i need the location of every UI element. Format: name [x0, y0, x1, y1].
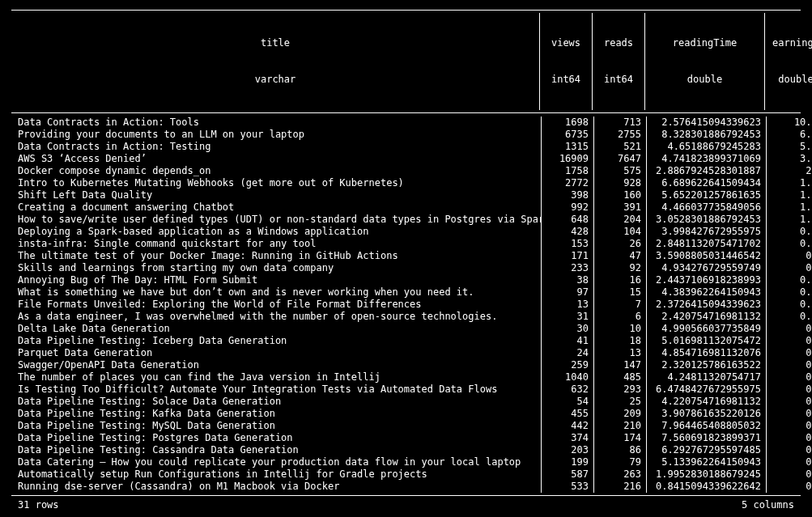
table-row: As a data engineer, I was overwhelmed wi…: [11, 311, 801, 323]
cell-earnings: 0.0: [767, 456, 812, 468]
cell-reads: 16: [594, 274, 646, 286]
table-row: Docker compose dynamic depends_on1758575…: [11, 165, 801, 177]
cell-views: 398: [542, 189, 593, 201]
cell-title: Swagger/OpenAPI Data Generation: [11, 359, 541, 371]
table-row: How to save/write user defined types (UD…: [11, 214, 801, 226]
cell-readingtime: 2.320125786163522: [647, 359, 766, 371]
cell-views: 1040: [542, 371, 593, 384]
cell-reads: 7: [594, 299, 646, 311]
cell-views: 587: [542, 468, 593, 481]
cell-readingtime: 1.9952830188679245: [647, 468, 766, 481]
cell-readingtime: 6.689622641509434: [647, 177, 766, 189]
cell-reads: 174: [594, 432, 646, 444]
cell-earnings: 0.0: [767, 384, 812, 396]
col-header-reads: reads int64: [593, 13, 644, 110]
cell-reads: 18: [594, 335, 646, 347]
cell-reads: 7647: [594, 153, 646, 165]
cell-views: 428: [542, 226, 593, 238]
cell-views: 199: [542, 456, 593, 468]
cell-title: Parquet Data Generation: [11, 347, 541, 359]
row-count: 31 rows: [18, 499, 59, 511]
cell-title: Deploying a Spark-based application as a…: [11, 226, 541, 238]
cell-readingtime: 5.133962264150943: [647, 456, 766, 468]
cell-earnings: 2.3: [767, 165, 812, 177]
cell-views: 648: [542, 214, 593, 226]
cell-reads: 79: [594, 456, 646, 468]
cell-views: 171: [542, 250, 593, 262]
table-row: insta-infra: Single command quickstart f…: [11, 238, 801, 250]
cell-reads: 160: [594, 189, 646, 201]
cell-earnings: 0.4: [767, 250, 812, 262]
cell-views: 41: [542, 335, 593, 347]
cell-title: As a data engineer, I was overwhelmed wi…: [11, 311, 541, 323]
cell-earnings: 0.15: [767, 299, 812, 311]
table-row: AWS S3 ‘Access Denied’1690976474.7418238…: [11, 153, 801, 165]
cell-earnings: 0.0: [767, 396, 812, 408]
cell-title: How to save/write user defined types (UD…: [11, 214, 541, 226]
cell-reads: 25: [594, 396, 646, 408]
table-row: Providing your documents to an LLM on yo…: [11, 129, 801, 141]
cell-views: 38: [542, 274, 593, 286]
cell-views: 24: [542, 347, 593, 359]
table-row: Data Contracts in Action: Tools16987132.…: [11, 117, 801, 129]
cell-title: The number of places you can find the Ja…: [11, 371, 541, 384]
cell-earnings: 6.51: [767, 129, 812, 141]
cell-earnings: 1.23: [767, 201, 812, 214]
cell-readingtime: 4.934276729559749: [647, 262, 766, 274]
cell-readingtime: 6.4748427672955975: [647, 384, 766, 396]
table-row: Data Pipeline Testing: Cassandra Data Ge…: [11, 444, 801, 456]
cell-earnings: 0.0: [767, 420, 812, 432]
table-footer: 31 rows 5 columns: [11, 496, 801, 511]
table-row: Data Pipeline Testing: MySQL Data Genera…: [11, 420, 801, 432]
cell-earnings: 1.26: [767, 189, 812, 201]
col-count: 5 columns: [742, 499, 794, 511]
col-name: earnings: [770, 37, 812, 49]
cell-views: 533: [542, 481, 593, 493]
cell-title: Skills and learnings from starting my ow…: [11, 262, 541, 274]
cell-reads: 147: [594, 359, 646, 371]
table-row: Swagger/OpenAPI Data Generation2591472.3…: [11, 359, 801, 371]
table-row: Parquet Data Generation24134.85471698113…: [11, 347, 801, 359]
cell-reads: 293: [594, 384, 646, 396]
cell-readingtime: 2.8867924528301887: [647, 165, 766, 177]
cell-title: Data Pipeline Testing: Postgres Data Gen…: [11, 432, 541, 444]
cell-earnings: 0.21: [767, 286, 812, 299]
col-dtype: double: [650, 74, 759, 86]
table-row: The number of places you can find the Ja…: [11, 371, 801, 384]
cell-earnings: 0.12: [767, 311, 812, 323]
cell-readingtime: 4.466037735849056: [647, 201, 766, 214]
col-name: views: [545, 37, 587, 49]
cell-reads: 263: [594, 468, 646, 481]
cell-reads: 928: [594, 177, 646, 189]
cell-readingtime: 5.016981132075472: [647, 335, 766, 347]
table-row: Data Pipeline Testing: Postgres Data Gen…: [11, 432, 801, 444]
cell-title: Data Pipeline Testing: Iceberg Data Gene…: [11, 335, 541, 347]
cell-earnings: 0.0: [767, 347, 812, 359]
cell-earnings: 0.0: [767, 323, 812, 335]
cell-title: File Formats Unveiled: Exploring the Wor…: [11, 299, 541, 311]
cell-views: 1698: [542, 117, 593, 129]
table-row: The ultimate test of your Docker Image: …: [11, 250, 801, 262]
table-row: Annoying Bug of The Day: HTML Form Submi…: [11, 274, 801, 286]
cell-reads: 13: [594, 347, 646, 359]
cell-title: Data Pipeline Testing: Cassandra Data Ge…: [11, 444, 541, 456]
cell-readingtime: 2.420754716981132: [647, 311, 766, 323]
cell-views: 233: [542, 262, 593, 274]
cell-reads: 209: [594, 408, 646, 420]
cell-reads: 521: [594, 141, 646, 153]
cell-reads: 15: [594, 286, 646, 299]
cell-readingtime: 4.24811320754717: [647, 371, 766, 384]
table-body: Data Contracts in Action: Tools16987132.…: [11, 113, 801, 495]
col-header-title: title varchar: [11, 13, 539, 110]
cell-readingtime: 4.383962264150943: [647, 286, 766, 299]
cell-earnings: 0.26: [767, 274, 812, 286]
table-row: What is something we have but don’t own …: [11, 286, 801, 299]
cell-reads: 713: [594, 117, 646, 129]
cell-readingtime: 2.3726415094339623: [647, 299, 766, 311]
cell-title: Running dse-server (Cassandra) on M1 Mac…: [11, 481, 541, 493]
table-row: Data Contracts in Action: Testing1315521…: [11, 141, 801, 153]
cell-views: 6735: [542, 129, 593, 141]
cell-title: Data Catering – How you could replicate …: [11, 456, 541, 468]
table-row: Data Pipeline Testing: Kafka Data Genera…: [11, 408, 801, 420]
cell-title: Data Pipeline Testing: Solace Data Gener…: [11, 396, 541, 408]
